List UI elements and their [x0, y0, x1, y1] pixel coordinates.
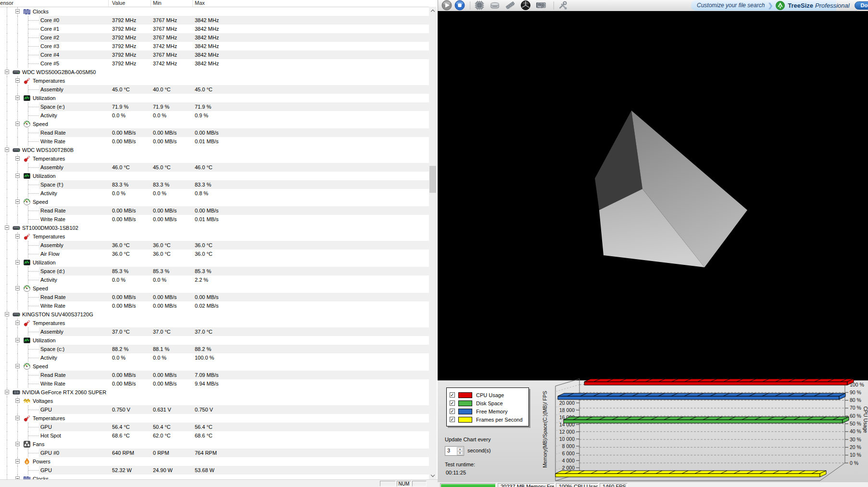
column-header-sensor[interactable]: Sensor [0, 0, 13, 6]
treesize-ad-banner[interactable]: Customize your file search ❯ TreeSizePro… [691, 0, 836, 11]
sensor-row[interactable]: Assembly37.0 °C37.0 °C37.0 °C [0, 327, 429, 336]
sensor-group-row[interactable]: WDC WDS100T2B0B [0, 146, 429, 154]
legend-checkbox[interactable]: ✓ [450, 400, 455, 406]
gpu-test-button[interactable] [536, 0, 547, 11]
legend-checkbox[interactable]: ✓ [450, 409, 455, 414]
collapse-toggle[interactable] [15, 122, 20, 126]
sensor-row[interactable]: Core #43792 MHz3767 MHz3842 MHz [0, 50, 429, 59]
sensor-row[interactable]: Space (d:)85.3 %85.3 %85.3 % [0, 267, 429, 275]
collapse-toggle[interactable] [15, 416, 20, 420]
collapse-toggle[interactable] [15, 364, 20, 368]
sensor-row[interactable]: Activity0.0 %0.0 %0.8 % [0, 189, 429, 198]
sensor-group-row[interactable]: Speed [0, 284, 429, 293]
sensor-group-row[interactable]: Clocks [0, 475, 429, 479]
cpu-test-button[interactable] [474, 0, 485, 11]
collapse-toggle[interactable] [5, 390, 9, 394]
column-divider[interactable] [151, 0, 151, 7]
sensor-row[interactable]: Hot Spot68.6 °C62.0 °C68.6 °C [0, 431, 429, 440]
stress-test-button[interactable] [520, 0, 531, 11]
options-button[interactable] [557, 0, 568, 11]
sensor-group-row[interactable]: Utilization [0, 94, 429, 102]
sensor-row[interactable]: Read Rate0.00 MB/s0.00 MB/s0.00 MB/s [0, 293, 429, 301]
sensor-group-row[interactable]: Utilization [0, 172, 429, 180]
sensor-row[interactable]: Core #53792 MHz3742 MHz3842 MHz [0, 59, 429, 68]
collapse-toggle[interactable] [15, 78, 20, 83]
sensor-row[interactable]: Space (f:)83.3 %83.3 %83.3 % [0, 180, 429, 189]
sensor-row[interactable]: Core #13792 MHz3767 MHz3842 MHz [0, 25, 429, 33]
sensor-row[interactable]: Space (c:)88.2 %88.1 %88.2 % [0, 345, 429, 353]
sensor-row[interactable]: Space (e:)71.9 %71.9 %71.9 % [0, 102, 429, 111]
sensor-group-row[interactable]: Speed [0, 198, 429, 206]
scrollbar-thumb[interactable] [429, 166, 436, 193]
update-interval-value[interactable]: 3 [447, 448, 450, 453]
sensor-row[interactable]: Air Flow36.0 °C36.0 °C36.0 °C [0, 250, 429, 258]
memory-test-button[interactable] [505, 0, 516, 11]
column-header-max[interactable]: Max [195, 0, 205, 6]
sensor-row[interactable]: Write Rate0.00 MB/s0.00 MB/s0.01 MB/s [0, 137, 429, 146]
collapse-toggle[interactable] [5, 312, 9, 316]
column-header-min[interactable]: Min [153, 0, 162, 6]
column-divider[interactable] [192, 0, 193, 7]
sensor-row[interactable]: Core #23792 MHz3767 MHz3842 MHz [0, 33, 429, 42]
start-test-button[interactable] [441, 0, 453, 11]
sensor-row[interactable]: Assembly46.0 °C45.0 °C46.0 °C [0, 163, 429, 172]
collapse-toggle[interactable] [15, 156, 20, 161]
sensor-row[interactable]: Activity0.0 %0.0 %0.9 % [0, 111, 429, 120]
sensor-group-row[interactable]: Voltages [0, 397, 429, 405]
sensor-row[interactable]: GPU0.750 V0.631 V0.750 V [0, 405, 429, 414]
sensor-row[interactable]: Assembly45.0 °C40.0 °C45.0 °C [0, 85, 429, 94]
collapse-toggle[interactable] [15, 200, 20, 204]
collapse-toggle[interactable] [15, 286, 20, 290]
column-divider[interactable] [108, 0, 109, 7]
legend-checkbox[interactable]: ✓ [450, 392, 455, 398]
sensor-row[interactable]: Write Rate0.00 MB/s0.00 MB/s9.94 MB/s [0, 379, 429, 388]
collapse-toggle[interactable] [15, 399, 20, 403]
collapse-toggle[interactable] [15, 96, 20, 100]
sensor-row[interactable]: Activity0.0 %0.0 %100.0 % [0, 353, 429, 362]
sensor-group-row[interactable]: Utilization [0, 258, 429, 267]
sensor-group-row[interactable]: ST1000DM003-1SB102 [0, 224, 429, 232]
sensor-row[interactable]: Write Rate0.00 MB/s0.00 MB/s0.01 MB/s [0, 215, 429, 224]
download-button[interactable]: Download [855, 1, 868, 10]
sensor-group-row[interactable]: Temperatures [0, 76, 429, 85]
sensor-group-row[interactable]: WDC WDS500G2B0A-00SM50 [0, 68, 429, 76]
collapse-toggle[interactable] [15, 476, 20, 479]
collapse-toggle[interactable] [15, 260, 20, 264]
sensor-group-row[interactable]: Temperatures [0, 319, 429, 327]
sensor-row[interactable]: Read Rate0.00 MB/s0.00 MB/s7.09 MB/s [0, 371, 429, 379]
vertical-scrollbar[interactable] [429, 7, 437, 479]
sensor-group-row[interactable]: Temperatures [0, 154, 429, 163]
collapse-toggle[interactable] [15, 174, 20, 178]
sensor-group-row[interactable]: Powers [0, 457, 429, 466]
sensor-group-row[interactable]: Speed [0, 120, 429, 128]
sensor-group-row[interactable]: Utilization [0, 336, 429, 345]
collapse-toggle[interactable] [5, 225, 9, 230]
collapse-toggle[interactable] [15, 9, 20, 13]
sensor-row[interactable]: GPU52.32 W24.90 W53.68 W [0, 466, 429, 475]
column-header-value[interactable]: Value [112, 0, 125, 6]
sensor-group-row[interactable]: NVIDIA GeForce RTX 2060 SUPER [0, 388, 429, 397]
collapse-toggle[interactable] [15, 459, 20, 463]
collapse-toggle[interactable] [15, 321, 20, 325]
spinner-down-button[interactable]: ▼ [457, 451, 463, 455]
sensor-row[interactable]: Write Rate0.00 MB/s0.00 MB/s0.02 MB/s [0, 301, 429, 310]
sensor-row[interactable]: GPU #0640 RPM0 RPM764 RPM [0, 449, 429, 457]
sensor-row[interactable]: Read Rate0.00 MB/s0.00 MB/s0.00 MB/s [0, 206, 429, 215]
sensor-group-row[interactable]: Clocks [0, 7, 429, 16]
collapse-toggle[interactable] [15, 234, 20, 238]
stop-test-button[interactable] [454, 0, 465, 11]
sensor-row[interactable]: Core #33792 MHz3742 MHz3842 MHz [0, 42, 429, 50]
sensor-group-row[interactable]: Speed [0, 362, 429, 371]
sensor-row[interactable]: GPU56.4 °C50.4 °C56.4 °C [0, 423, 429, 431]
collapse-toggle[interactable] [15, 338, 20, 342]
sensor-group-row[interactable]: KINGSTON SUV400S37120G [0, 310, 429, 319]
sensor-group-row[interactable]: Temperatures [0, 232, 429, 241]
collapse-toggle[interactable] [15, 442, 20, 446]
update-interval-spinner[interactable]: 3 ▲ ▼ [445, 446, 464, 456]
sensor-group-row[interactable]: Fans [0, 440, 429, 449]
scroll-up-button[interactable] [429, 7, 437, 14]
collapse-toggle[interactable] [5, 148, 9, 152]
sensor-group-row[interactable]: Temperatures [0, 414, 429, 423]
sensor-row[interactable]: Activity0.0 %0.0 %2.2 % [0, 275, 429, 284]
scroll-down-button[interactable] [429, 472, 437, 479]
